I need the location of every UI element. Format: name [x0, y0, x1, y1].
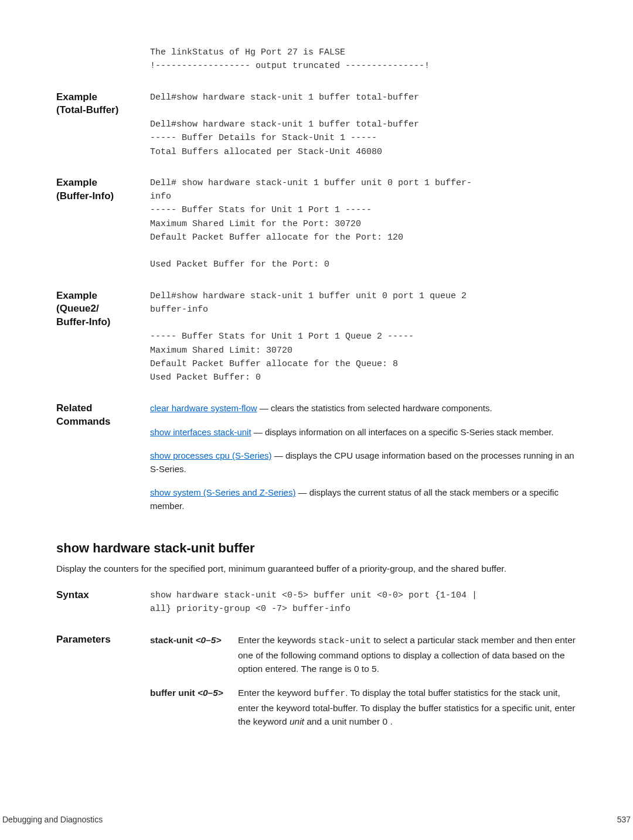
footer-section-name: Debugging and Diagnostics	[2, 815, 103, 824]
parameters-row: Parameters stack-unit <0–5>Enter the key…	[56, 633, 577, 739]
footer-page-number: 537	[617, 815, 631, 824]
syntax-text: show hardware stack-unit <0-5> buffer un…	[150, 589, 577, 616]
parameter-name: stack-unit <0–5>	[150, 633, 238, 675]
related-command-link[interactable]: show processes cpu (S-Series)	[150, 450, 272, 460]
related-command-item: show interfaces stack-unit — displays in…	[150, 426, 577, 439]
parameter-row: buffer unit <0–5>Enter the keyword buffe…	[150, 686, 577, 728]
example-row: Example (Total-Buffer)Dell#show hardware…	[56, 91, 577, 159]
command-description: Display the counters for the specified p…	[56, 562, 577, 575]
parameter-description: Enter the keywords stack-unit to select …	[238, 633, 577, 675]
related-command-item: show system (S-Series and Z-Series) — di…	[150, 486, 577, 513]
related-command-item: show processes cpu (S-Series) — displays…	[150, 449, 577, 476]
example-output: Dell#show hardware stack-unit 1 buffer t…	[150, 91, 577, 159]
parameters-label: Parameters	[56, 633, 150, 739]
intro-output: The linkStatus of Hg Port 27 is FALSE !-…	[150, 46, 577, 73]
command-title: show hardware stack-unit buffer	[56, 541, 577, 556]
related-commands-label: Related Commands	[56, 402, 150, 523]
intro-output-row: The linkStatus of Hg Port 27 is FALSE !-…	[56, 46, 577, 73]
related-command-link[interactable]: show interfaces stack-unit	[150, 427, 251, 437]
example-label: Example (Buffer-Info)	[56, 176, 150, 272]
related-command-item: clear hardware system-flow — clears the …	[150, 402, 577, 415]
example-label: Example (Queue2/ Buffer-Info)	[56, 289, 150, 385]
example-label: Example (Total-Buffer)	[56, 91, 150, 159]
example-output: Dell#show hardware stack-unit 1 buffer u…	[150, 289, 577, 385]
related-commands-row: Related Commands clear hardware system-f…	[56, 402, 577, 523]
parameter-description: Enter the keyword buffer. To display the…	[238, 686, 577, 728]
related-command-link[interactable]: show system (S-Series and Z-Series)	[150, 487, 295, 497]
parameter-row: stack-unit <0–5>Enter the keywords stack…	[150, 633, 577, 675]
syntax-label: Syntax	[56, 589, 150, 616]
example-row: Example (Queue2/ Buffer-Info)Dell#show h…	[56, 289, 577, 385]
related-command-link[interactable]: clear hardware system-flow	[150, 403, 257, 413]
parameter-name: buffer unit <0–5>	[150, 686, 238, 728]
example-output: Dell# show hardware stack-unit 1 buffer …	[150, 176, 577, 272]
syntax-row: Syntax show hardware stack-unit <0-5> bu…	[56, 589, 577, 616]
example-row: Example (Buffer-Info)Dell# show hardware…	[56, 176, 577, 272]
